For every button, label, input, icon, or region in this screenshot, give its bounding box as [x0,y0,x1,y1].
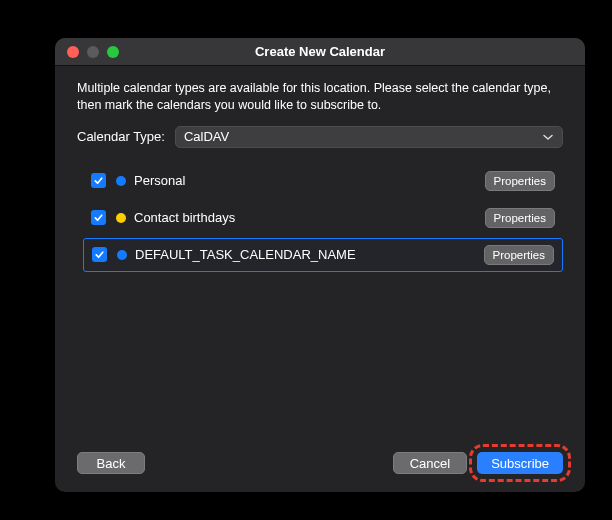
calendar-checkbox[interactable] [92,247,107,262]
calendar-type-value: CalDAV [184,129,229,144]
calendar-checkbox[interactable] [91,210,106,225]
calendar-name: DEFAULT_TASK_CALENDAR_NAME [135,247,484,262]
zoom-icon[interactable] [107,46,119,58]
chevron-down-icon [542,131,554,143]
properties-button[interactable]: Properties [485,171,555,191]
properties-button[interactable]: Properties [485,208,555,228]
create-calendar-window: Create New Calendar Multiple calendar ty… [55,38,585,492]
back-button[interactable]: Back [77,452,145,474]
subscribe-button[interactable]: Subscribe [477,452,563,474]
calendar-type-label: Calendar Type: [77,129,165,144]
calendar-name: Contact birthdays [134,210,485,225]
window-title: Create New Calendar [55,44,585,59]
minimize-icon [87,46,99,58]
titlebar: Create New Calendar [55,38,585,66]
properties-button[interactable]: Properties [484,245,554,265]
calendar-name: Personal [134,173,485,188]
calendar-checkbox[interactable] [91,173,106,188]
calendar-color-icon [117,250,127,260]
cancel-button[interactable]: Cancel [393,452,467,474]
dialog-description: Multiple calendar types are available fo… [77,80,563,114]
calendar-row[interactable]: DEFAULT_TASK_CALENDAR_NAMEProperties [83,238,563,272]
calendar-row[interactable]: Contact birthdaysProperties [83,201,563,235]
close-icon[interactable] [67,46,79,58]
window-controls [55,46,119,58]
calendar-color-icon [116,176,126,186]
calendar-color-icon [116,213,126,223]
calendar-type-select[interactable]: CalDAV [175,126,563,148]
dialog-footer: Back Cancel Subscribe [77,440,563,474]
calendar-list: PersonalPropertiesContact birthdaysPrope… [77,164,563,275]
calendar-row[interactable]: PersonalProperties [83,164,563,198]
